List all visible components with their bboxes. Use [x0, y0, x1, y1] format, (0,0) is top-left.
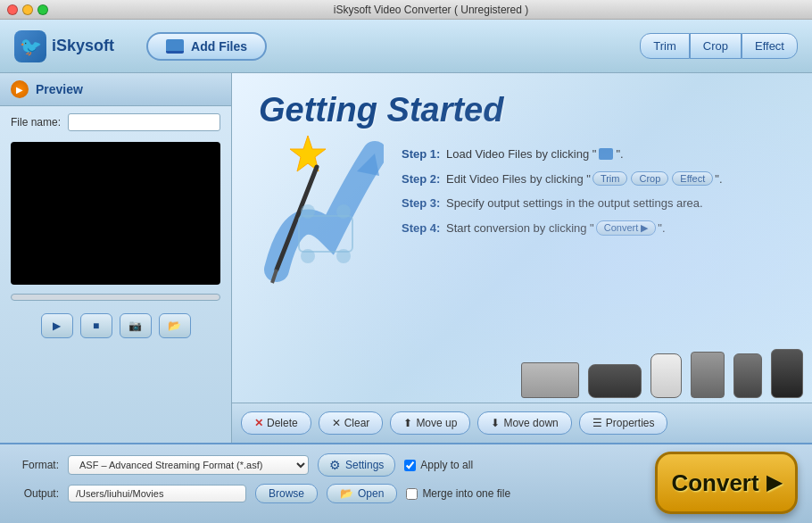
- move-down-button[interactable]: ⬇ Move down: [477, 411, 571, 435]
- open-folder-button[interactable]: 📂: [159, 313, 191, 338]
- convert-label: Convert: [671, 469, 758, 497]
- title-bar: iSkysoft Video Converter ( Unregistered …: [0, 0, 812, 20]
- magic-wand-graphic: [250, 127, 384, 323]
- output-path-input[interactable]: [68, 485, 246, 502]
- properties-icon: ☰: [592, 417, 602, 429]
- phone-icon: [733, 353, 762, 398]
- edit-buttons: Trim Crop Effect: [640, 33, 798, 59]
- svg-point-4: [301, 204, 315, 219]
- play-button[interactable]: ▶: [41, 313, 73, 338]
- ipod-icon: [650, 353, 682, 398]
- stop-icon: ■: [93, 320, 99, 332]
- convert-mini-btn: Convert ▶: [596, 220, 657, 236]
- psp-icon: [588, 364, 642, 398]
- snapshot-icon: 📷: [128, 320, 142, 332]
- delete-label: Delete: [267, 417, 298, 429]
- right-content: Getting Started St: [232, 73, 812, 443]
- preview-header: ▶ Preview: [0, 73, 231, 106]
- properties-label: Properties: [606, 417, 655, 429]
- crop-button[interactable]: Crop: [690, 33, 742, 59]
- open-icon: 📂: [340, 487, 353, 500]
- preview-icon: ▶: [11, 80, 29, 98]
- preview-screen: [11, 142, 220, 285]
- output-label: Output:: [14, 487, 59, 500]
- add-files-label: Add Files: [191, 39, 247, 54]
- step-1-row: Step 1: Load Video Files by clicking " "…: [402, 147, 785, 161]
- crop-mini-btn: Crop: [631, 171, 668, 186]
- open-button[interactable]: 📂 Open: [327, 484, 397, 503]
- trim-button[interactable]: Trim: [640, 33, 690, 59]
- move-up-label: Move up: [416, 417, 457, 429]
- convert-button[interactable]: Convert ▶: [655, 452, 798, 514]
- merge-label: Merge into one file: [406, 487, 510, 500]
- settings-button[interactable]: ⚙ Settings: [318, 453, 395, 477]
- main-area: ▶ Preview File name: ▶ ■ 📷 📂 Ge: [0, 73, 812, 443]
- format-label: Format:: [14, 459, 59, 471]
- close-button[interactable]: [7, 4, 18, 15]
- delete-icon: ✕: [254, 417, 263, 429]
- move-down-label: Move down: [503, 417, 558, 429]
- window-title: iSkysoft Video Converter ( Unregistered …: [57, 4, 805, 16]
- svg-point-6: [301, 249, 315, 263]
- add-files-mini-icon: [599, 148, 613, 160]
- step-3-label: Step 3:: [402, 196, 446, 210]
- apply-to-all-label: Apply to all: [404, 459, 473, 471]
- move-up-button[interactable]: ⬆ Move up: [390, 411, 470, 435]
- step-3-row: Step 3: Specify output settings in the o…: [402, 196, 785, 210]
- smartphone-icon: [771, 349, 803, 398]
- snapshot-button[interactable]: 📷: [120, 313, 152, 338]
- apply-to-all-text: Apply to all: [420, 459, 473, 471]
- stop-button[interactable]: ■: [80, 313, 112, 338]
- preview-progress-bar[interactable]: [11, 294, 220, 301]
- delete-button[interactable]: ✕ Delete: [241, 411, 311, 435]
- browse-button[interactable]: Browse: [255, 484, 318, 503]
- file-name-input[interactable]: [68, 113, 220, 131]
- step-3-text: Specify output settings in the output se…: [446, 196, 703, 210]
- left-panel: ▶ Preview File name: ▶ ■ 📷 📂: [0, 73, 232, 443]
- convert-btn-area: Convert ▶: [655, 452, 798, 514]
- minimize-button[interactable]: [22, 4, 33, 15]
- preview-controls: ▶ ■ 📷 📂: [0, 306, 231, 345]
- apply-to-all-checkbox[interactable]: [404, 460, 416, 471]
- step-1-label: Step 1:: [402, 147, 446, 161]
- clear-icon: ✕: [332, 417, 341, 429]
- gear-icon: ⚙: [329, 458, 341, 472]
- clear-label: Clear: [344, 417, 370, 429]
- open-label: Open: [358, 487, 384, 500]
- svg-marker-0: [290, 136, 326, 171]
- preview-label: Preview: [36, 82, 83, 96]
- move-up-icon: ⬆: [403, 417, 412, 429]
- file-name-row: File name:: [0, 106, 231, 138]
- svg-point-5: [336, 204, 351, 219]
- steps-area: Step 1: Load Video Files by clicking " "…: [402, 147, 785, 236]
- maximize-button[interactable]: [37, 4, 48, 15]
- file-name-label: File name:: [11, 116, 61, 129]
- bottom-settings-bar: Format: ASF – Advanced Streaming Format …: [0, 443, 812, 523]
- properties-button[interactable]: ☰ Properties: [579, 411, 668, 435]
- convert-arrow-icon: ▶: [766, 471, 782, 494]
- merge-text: Merge into one file: [422, 487, 510, 500]
- step-4-row: Step 4: Start conversion by clicking " C…: [402, 220, 785, 236]
- clear-button[interactable]: ✕ Clear: [319, 411, 384, 435]
- logo-area: 🐦 iSkysoft: [14, 30, 114, 62]
- svg-point-7: [336, 249, 351, 263]
- add-files-button[interactable]: Add Files: [146, 32, 267, 61]
- effect-button[interactable]: Effect: [742, 33, 798, 59]
- format-select[interactable]: ASF – Advanced Streaming Format (*.asf): [68, 455, 309, 475]
- window-controls: [7, 4, 48, 15]
- add-files-icon: [166, 39, 184, 54]
- step-4-end: ".: [658, 221, 665, 235]
- step-2-text: Edit Video Files by clicking ": [446, 172, 591, 186]
- logo-icon: 🐦: [14, 30, 46, 62]
- play-icon: ▶: [53, 320, 61, 332]
- step-2-label: Step 2:: [402, 172, 446, 186]
- toolbar: 🐦 iSkysoft Add Files Trim Crop Effect: [0, 20, 812, 73]
- step-4-text: Start conversion by clicking ": [446, 221, 594, 235]
- merge-checkbox[interactable]: [406, 488, 418, 500]
- getting-started-title: Getting Started: [259, 91, 785, 129]
- step-1-end: ".: [616, 147, 623, 161]
- laptop-icon: [521, 362, 579, 398]
- logo-text: iSkysoft: [52, 37, 114, 55]
- step-4-label: Step 4:: [402, 221, 446, 235]
- file-list-action-bar: ✕ Delete ✕ Clear ⬆ Move up ⬇ Move down ☰…: [232, 403, 812, 443]
